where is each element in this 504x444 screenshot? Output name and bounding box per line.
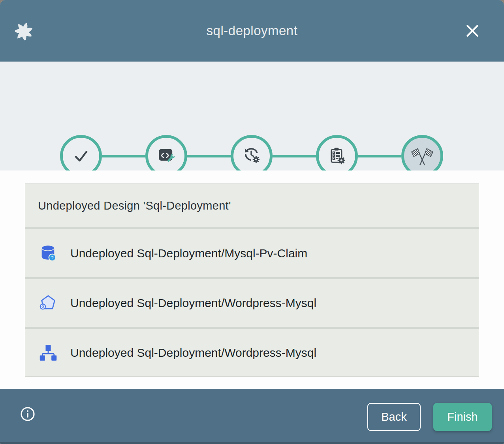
result-row-wordpress-mysql-tree: Undeployed Sql-Deployment/Wordpress-Mysq…: [25, 329, 479, 377]
step-connector: [102, 155, 145, 157]
result-row-design: Undeployed Design 'Sql-Deployment': [25, 184, 479, 227]
results-section: Undeployed Design 'Sql-Deployment' ? Und…: [0, 170, 504, 389]
checkered-flags-icon: [410, 144, 434, 168]
step-connector: [187, 155, 231, 157]
step-connector: [358, 155, 401, 157]
hierarchy-icon: [39, 343, 58, 362]
result-text: Undeployed Sql-Deployment/Mysql-Pv-Claim: [70, 247, 307, 260]
result-row-mysql-pv-claim: ? Undeployed Sql-Deployment/Mysql-Pv-Cla…: [25, 229, 479, 277]
wizard-stepper: Validate Design Identify Environments: [0, 62, 504, 170]
svg-text:?: ?: [51, 255, 53, 260]
pod-icon: [39, 294, 58, 313]
dialog-title: sql-deployment: [0, 0, 504, 62]
deployment-results-panel: Undeployed Design 'Sql-Deployment' ? Und…: [25, 184, 479, 377]
dry-run-clock-gear-icon: [241, 146, 262, 166]
footer-bar: Back Finish: [0, 389, 504, 444]
finish-button[interactable]: Finish: [433, 403, 492, 431]
close-icon: [465, 23, 480, 38]
result-text: Undeployed Sql-Deployment/Wordpress-Mysq…: [70, 346, 316, 360]
info-button[interactable]: [20, 406, 36, 422]
deployment-wizard-dialog: sql-deployment Validate Design: [0, 0, 504, 444]
clipboard-gear-icon: [327, 146, 347, 166]
info-icon: [20, 406, 36, 422]
check-icon: [71, 146, 91, 166]
result-text: Undeployed Design 'Sql-Deployment': [38, 199, 231, 212]
result-row-wordpress-mysql-pod: Undeployed Sql-Deployment/Wordpress-Mysq…: [25, 279, 479, 327]
step-connector: [273, 155, 316, 157]
close-button[interactable]: [464, 22, 481, 39]
code-window-wrench-icon: [156, 146, 177, 166]
database-icon: ?: [39, 244, 58, 263]
back-button[interactable]: Back: [367, 403, 421, 431]
header-bar: sql-deployment: [0, 0, 504, 62]
result-text: Undeployed Sql-Deployment/Wordpress-Mysq…: [70, 296, 316, 310]
